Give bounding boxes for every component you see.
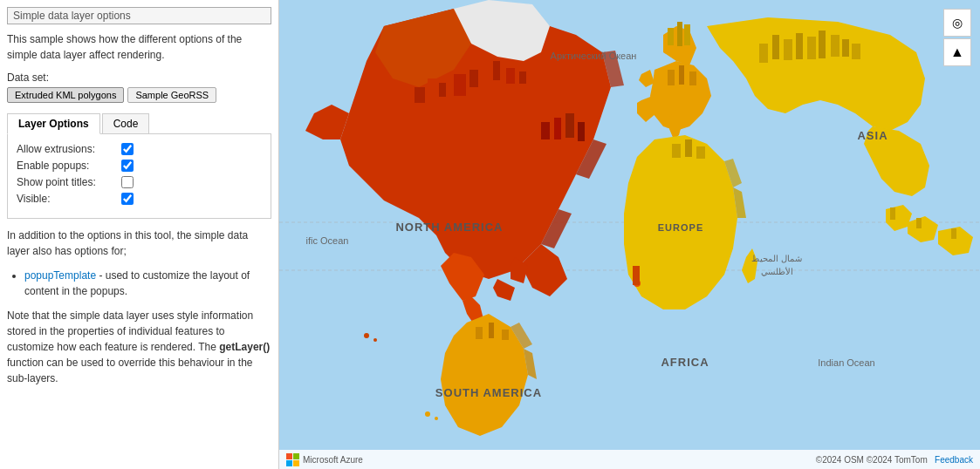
svg-rect-17 [439, 83, 446, 97]
dataset-btn-georss[interactable]: Sample GeoRSS [127, 87, 216, 103]
sq-blue [286, 460, 292, 466]
svg-rect-15 [415, 87, 425, 103]
dataset-label: Data set: [7, 71, 271, 84]
tab-code[interactable]: Code [102, 113, 150, 133]
dataset-buttons: Extruded KML polygons Sample GeoRSS [7, 87, 271, 103]
svg-rect-52 [772, 35, 779, 59]
description: This sample shows how the different opti… [7, 31, 271, 63]
svg-rect-23 [519, 71, 526, 84]
svg-rect-21 [493, 61, 500, 80]
microsoft-squares [286, 453, 299, 466]
checkbox-point-titles[interactable] [121, 176, 134, 188]
svg-point-70 [373, 338, 377, 342]
svg-rect-61 [677, 22, 682, 46]
svg-rect-60 [668, 28, 674, 45]
svg-rect-40 [679, 65, 684, 85]
svg-rect-62 [684, 24, 690, 45]
tabs: Layer Options Code [7, 113, 271, 134]
africa-label: AFRICA [661, 356, 709, 369]
feedback-link[interactable]: Feedback [935, 455, 973, 465]
svg-point-69 [364, 333, 369, 338]
svg-rect-66 [890, 207, 895, 220]
map-controls: ◎ ▲ [943, 9, 971, 66]
svg-rect-58 [842, 39, 849, 57]
svg-rect-51 [759, 44, 768, 63]
svg-rect-47 [696, 146, 705, 159]
option-row-point-titles: Show point titles: [17, 176, 262, 188]
svg-rect-74 [633, 266, 640, 285]
svg-rect-19 [469, 70, 478, 87]
azure-logo-text: Microsoft Azure [303, 455, 363, 465]
svg-rect-57 [831, 35, 840, 57]
arabic-label: شمال المحيط [751, 254, 802, 263]
option-row-popups: Enable popups: [17, 160, 262, 172]
arctic-ocean-label: Арктический Океан [551, 51, 637, 61]
south-america-label: SOUTH AMERICA [435, 386, 542, 399]
map-area: Арктический Океан NORTH AMERICA EUROPE A… [279, 0, 980, 469]
options-panel: Allow extrusions: Enable popups: Show po… [7, 134, 271, 219]
svg-rect-46 [685, 139, 692, 157]
option-label-extrusions: Allow extrusions: [17, 143, 121, 155]
bullet-item-popup-template: popupTemplate - used to customize the la… [24, 268, 271, 299]
checkbox-extrusions[interactable] [121, 143, 134, 155]
option-label-popups: Enable popups: [17, 160, 121, 172]
svg-rect-22 [506, 68, 515, 84]
europe-label: EUROPE [658, 222, 703, 233]
code-popup-template: popupTemplate [24, 269, 96, 282]
svg-rect-16 [428, 78, 436, 98]
svg-rect-68 [951, 228, 956, 239]
sq-yellow [293, 460, 299, 466]
attribution-bar: Microsoft Azure ©2024 OSM ©2024 TomTom F… [279, 450, 980, 469]
info-text: In addition to the options in this tool,… [7, 228, 271, 259]
copy-text: ©2024 OSM ©2024 TomTom [816, 455, 928, 465]
checkbox-popups[interactable] [121, 160, 134, 172]
svg-rect-67 [916, 218, 922, 228]
svg-rect-55 [807, 37, 816, 59]
svg-point-71 [425, 411, 430, 417]
compass-button[interactable]: ◎ [943, 9, 971, 37]
asia-label: ASIA [857, 129, 887, 142]
svg-rect-32 [489, 323, 494, 338]
section-title: Simple data layer options [7, 7, 271, 24]
indian-ocean-label: Indian Ocean [818, 357, 874, 368]
svg-rect-31 [476, 327, 483, 339]
svg-rect-24 [541, 122, 550, 139]
svg-rect-25 [554, 118, 561, 139]
atlantic-ocean-label: ific Ocean [306, 235, 349, 246]
note-text: Note that the simple data layer uses sty… [7, 308, 271, 386]
bullet-list: popupTemplate - used to customize the la… [24, 268, 271, 299]
dataset-btn-kml[interactable]: Extruded KML polygons [7, 87, 124, 103]
map-svg: Арктический Океан NORTH AMERICA EUROPE A… [279, 0, 980, 469]
svg-rect-39 [668, 70, 675, 85]
svg-rect-59 [852, 44, 860, 59]
svg-rect-41 [689, 71, 696, 85]
option-row-extrusions: Allow extrusions: [17, 143, 262, 155]
tab-layer-options[interactable]: Layer Options [7, 113, 100, 134]
arabic-label-2: الأطلسي [761, 267, 793, 276]
option-label-point-titles: Show point titles: [17, 176, 121, 188]
attribution-right: ©2024 OSM ©2024 TomTom Feedback [816, 455, 973, 465]
svg-rect-53 [784, 39, 792, 60]
option-label-visible: Visible: [17, 193, 121, 205]
north-america-label: NORTH AMERICA [395, 221, 503, 234]
svg-rect-18 [454, 74, 466, 96]
option-row-visible: Visible: [17, 193, 262, 205]
azure-logo: Microsoft Azure [286, 453, 363, 466]
svg-rect-45 [672, 144, 681, 158]
left-panel: Simple data layer options This sample sh… [0, 0, 279, 469]
svg-point-72 [435, 417, 438, 420]
tilt-button[interactable]: ▲ [943, 38, 971, 66]
svg-rect-54 [796, 33, 803, 59]
sq-green [293, 453, 299, 459]
svg-rect-33 [502, 330, 509, 340]
svg-rect-27 [578, 122, 585, 141]
svg-rect-20 [480, 65, 490, 90]
svg-rect-56 [819, 31, 826, 58]
svg-rect-26 [565, 113, 574, 138]
checkbox-visible[interactable] [121, 193, 134, 205]
sq-red [286, 453, 292, 459]
